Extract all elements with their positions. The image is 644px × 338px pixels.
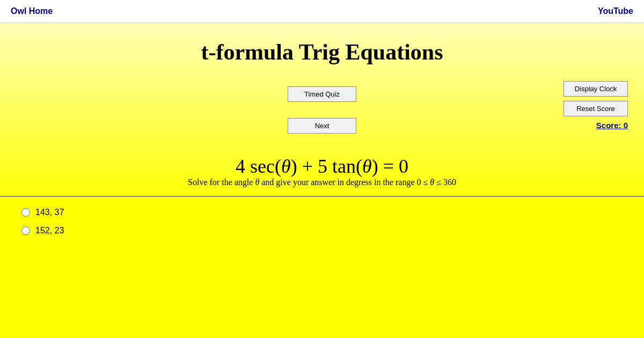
top-bar: Owl Home YouTube (0, 0, 644, 23)
answer-label-1: 143, 37 (35, 208, 64, 217)
reset-score-button[interactable]: Reset Score (564, 101, 628, 116)
display-clock-button[interactable]: Display Clock (564, 81, 628, 97)
timed-quiz-button[interactable]: Timed Quiz (288, 86, 356, 102)
answers-section: 143, 37 152, 23 (0, 197, 644, 246)
answer-radio-2[interactable] (21, 226, 30, 235)
owl-home-link[interactable]: Owl Home (11, 6, 53, 16)
answer-option-2: 152, 23 (21, 226, 623, 236)
equation-instruction: Solve for the angle θ and give your answ… (188, 178, 456, 187)
answer-option-1: 143, 37 (21, 208, 623, 217)
center-buttons: Timed Quiz Next 4 sec(θ) + 5 tan(θ) = 0 … (188, 86, 456, 187)
answer-label-2: 152, 23 (35, 226, 64, 236)
right-panel: Display Clock Reset Score Score: 0 (564, 81, 628, 130)
equation-display: 4 sec(θ) + 5 tan(θ) = 0 (188, 155, 456, 178)
youtube-link[interactable]: YouTube (598, 6, 633, 16)
score-display[interactable]: Score: 0 (596, 121, 628, 130)
next-button[interactable]: Next (288, 118, 357, 134)
main-content: Display Clock Reset Score Score: 0 Timed… (0, 76, 644, 187)
answer-radio-1[interactable] (21, 208, 30, 217)
equation-area: 4 sec(θ) + 5 tan(θ) = 0 Solve for the an… (188, 155, 456, 187)
page-title: t-formula Trig Equations (0, 23, 644, 76)
